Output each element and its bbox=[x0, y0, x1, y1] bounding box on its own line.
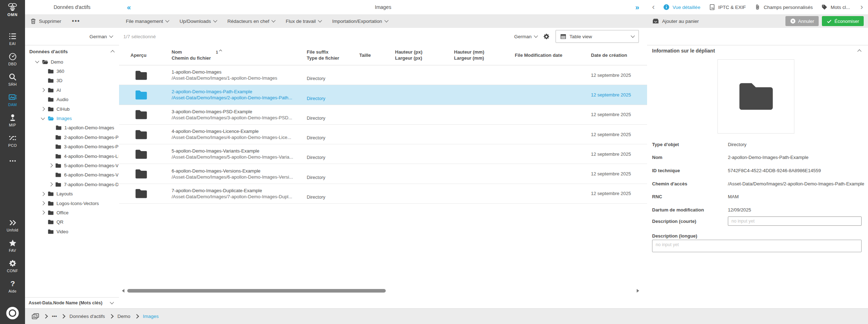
tree-item-360[interactable]: 360 bbox=[25, 66, 118, 76]
column-header-hauteur-mm[interactable]: Hauteur (mm)Largeur (mm) bbox=[445, 45, 506, 65]
description-short-input[interactable] bbox=[728, 216, 862, 226]
column-header-file-suffix[interactable]: File suffixType de fichier bbox=[297, 45, 351, 65]
table-row-7-apollon-demo-images-duplicate-example[interactable]: 7-apollon-Demo-Images-Duplicate-Example/… bbox=[119, 184, 647, 204]
main-language-select[interactable]: German bbox=[514, 34, 537, 39]
column-header-date-de-creation[interactable]: Date de création bbox=[582, 45, 647, 65]
user-avatar[interactable] bbox=[6, 307, 19, 319]
rail-item-mip[interactable]: MIP bbox=[0, 110, 25, 130]
table-row-6-apollon-demo-images-versions-example[interactable]: 6-apollon-Demo-Images-Versions-Example/A… bbox=[119, 164, 647, 184]
expand-right-panel-icon[interactable]: » bbox=[635, 4, 639, 11]
tree-item-video[interactable]: Video bbox=[25, 227, 118, 236]
tab-vue-detaillee[interactable]: Vue détaillée bbox=[663, 4, 700, 10]
table-row-2-apollon-demo-images-path-example[interactable]: 2-apollon-Demo-Images-Path-Example/Asset… bbox=[119, 85, 647, 105]
field-value-nom: 2-apollon-Demo-Images-Path-Example bbox=[728, 155, 864, 160]
add-to-basket-button[interactable]: Ajouter au panier bbox=[652, 18, 699, 24]
tree-item-3d[interactable]: 3D bbox=[25, 76, 118, 85]
asset-window-icon[interactable] bbox=[31, 313, 39, 320]
tree-item-images[interactable]: Images bbox=[25, 114, 118, 123]
scrollbar-thumb[interactable] bbox=[127, 289, 386, 293]
table-row-3-apollon-demo-images-psd-example[interactable]: 3-apollon-Demo-Images-PSD-Example/Asset-… bbox=[119, 105, 647, 125]
size-cell bbox=[351, 65, 386, 85]
breadcrumb-item-item[interactable]: ••• bbox=[52, 314, 57, 319]
tree-item-office[interactable]: Office bbox=[25, 208, 118, 217]
paperclip-icon bbox=[754, 4, 761, 10]
breadcrumb-item-demo[interactable]: Demo bbox=[118, 314, 130, 319]
column-header-nom[interactable]: NomChemin du fichier1 bbox=[162, 45, 297, 65]
save-button[interactable]: Économiser bbox=[822, 16, 864, 26]
rail-item-fav[interactable]: FAV bbox=[0, 235, 25, 256]
chevron-right-icon[interactable] bbox=[41, 193, 48, 195]
tree-item-qr[interactable]: QR bbox=[25, 218, 118, 227]
tree-language-select[interactable]: German bbox=[89, 34, 113, 39]
description-long-input[interactable] bbox=[652, 240, 862, 252]
cancel-button[interactable]: Annuler bbox=[785, 16, 819, 26]
table-row-5-apollon-demo-images-variants-example[interactable]: 5-apollon-Demo-Images-Variants-Example/A… bbox=[119, 144, 647, 164]
delete-button[interactable]: Supprimer bbox=[30, 18, 61, 25]
tabs-scroll-left-icon[interactable]: ‹ bbox=[652, 3, 655, 11]
tree-item-audio[interactable]: Audio bbox=[25, 95, 118, 104]
column-header-apercu[interactable]: Aperçu bbox=[119, 45, 162, 65]
tree-item-3-apollon-demo-images-ps[interactable]: 3-apollon-Demo-Images-PS bbox=[25, 142, 118, 151]
rail-item-pco[interactable]: PCO bbox=[0, 130, 25, 151]
rail-item-unfold[interactable]: Unfold bbox=[0, 215, 25, 235]
column-header-hauteur-px[interactable]: Hauteur (px)Largeur (px) bbox=[386, 45, 445, 65]
scroll-right-arrow[interactable] bbox=[637, 289, 639, 293]
tree-item-ai[interactable]: AI bbox=[25, 85, 118, 95]
table-settings-gear-icon[interactable] bbox=[543, 33, 550, 40]
tabs-scroll-right-icon[interactable]: › bbox=[860, 3, 863, 11]
tree-item-logos-icons-vectors[interactable]: Logos-Icons-Vectors bbox=[25, 199, 118, 208]
chevron-right-icon[interactable] bbox=[41, 202, 48, 205]
chevron-right-icon[interactable] bbox=[49, 164, 55, 167]
tree-more-button[interactable]: ••• bbox=[72, 18, 80, 24]
rail-item-srh[interactable]: SRH bbox=[0, 69, 25, 90]
tree-item-demo[interactable]: Demo bbox=[25, 57, 118, 66]
column-header-taille[interactable]: Taille bbox=[351, 45, 386, 65]
tree-section-header[interactable]: Données d'actifs bbox=[29, 46, 114, 56]
chevron-down-icon[interactable] bbox=[41, 118, 48, 119]
table-row-4-apollon-demo-images-licence-example[interactable]: 4-apollon-Demo-Images-Licence-Example/As… bbox=[119, 125, 647, 144]
tree-item-2-apollon-demo-images-pa[interactable]: 2-apollon-Demo-Images-Pa bbox=[25, 133, 118, 142]
tab-champs-personnalises[interactable]: Champs personnalisés bbox=[754, 4, 813, 10]
tree-item-label: 1-apollon-Demo-Images bbox=[64, 125, 114, 130]
menu-flux-de-travail[interactable]: Flux de travail bbox=[286, 19, 321, 24]
breadcrumb-item-images[interactable]: Images bbox=[143, 314, 159, 319]
chevron-down-icon[interactable] bbox=[36, 61, 42, 63]
column-header-line1: Nom bbox=[172, 49, 211, 55]
tree-item-cihub[interactable]: CIHub bbox=[25, 104, 118, 114]
collapse-left-panel-icon[interactable]: « bbox=[127, 4, 131, 11]
sort-indicator[interactable]: 1 bbox=[216, 49, 222, 55]
tab-iptc-exif[interactable]: IPTC & EXIF bbox=[709, 4, 746, 10]
tree-item-layouts[interactable]: Layouts bbox=[25, 189, 118, 198]
rail-item-eai[interactable]: EAI bbox=[0, 29, 25, 49]
menu-redacteurs-en-chef[interactable]: Rédacteurs en chef bbox=[227, 19, 275, 24]
menu-file-management[interactable]: File management bbox=[126, 19, 169, 24]
chevron-right-icon[interactable] bbox=[49, 183, 55, 186]
rail-item-conf[interactable]: CONF bbox=[0, 256, 25, 276]
tree-item-5-apollon-demo-images-va[interactable]: 5-apollon-Demo-Images-Va bbox=[25, 161, 118, 170]
table-row-1-apollon-demo-images[interactable]: 1-apollon-Demo-Images/Asset-Data/Demo/Im… bbox=[119, 65, 647, 85]
view-mode-select[interactable]: Table view bbox=[556, 30, 639, 43]
breadcrumb-item-donnees-d-actifs[interactable]: Données d'actifs bbox=[69, 314, 105, 319]
chevron-right-icon[interactable] bbox=[41, 89, 48, 91]
tree-item-6-apollon-demo-images-ve[interactable]: 6-apollon-Demo-Images-Ve bbox=[25, 170, 118, 180]
rail-item-aide[interactable]: ?Aide bbox=[0, 276, 25, 296]
column-header-file-modification-date[interactable]: File Modification date bbox=[506, 45, 582, 65]
preview-cell bbox=[119, 184, 162, 203]
rail-item-dbd[interactable]: DBD bbox=[0, 49, 25, 69]
preview-cell bbox=[119, 85, 162, 104]
tree-footer-selector[interactable]: Asset-Data.Node Name (Mots clés) bbox=[25, 297, 119, 308]
chevron-right-icon[interactable] bbox=[41, 108, 48, 110]
rail-item-more[interactable] bbox=[0, 151, 25, 171]
menu-importation-exportation[interactable]: Importation/Exportation bbox=[332, 19, 388, 24]
rail-item-dam[interactable]: DAM bbox=[0, 90, 25, 110]
chevron-right-icon[interactable] bbox=[41, 211, 48, 214]
tree-item-4-apollon-demo-images-lic[interactable]: 4-apollon-Demo-Images-Lic bbox=[25, 151, 118, 161]
detail-section-header[interactable]: Information sur le dépliant bbox=[652, 48, 861, 54]
tree-item-7-apollon-demo-images-du[interactable]: 7-apollon-Demo-Images-Du bbox=[25, 180, 118, 189]
menu-up-downloads[interactable]: Up/Downloads bbox=[179, 19, 217, 24]
tree-item-1-apollon-demo-images[interactable]: 1-apollon-Demo-Images bbox=[25, 123, 118, 133]
tab-mots-cl[interactable]: Mots cl... bbox=[821, 4, 850, 10]
omn-logo[interactable]: OMN bbox=[0, 3, 25, 17]
folder-closed-icon bbox=[48, 210, 54, 215]
scroll-left-arrow[interactable] bbox=[122, 289, 124, 293]
